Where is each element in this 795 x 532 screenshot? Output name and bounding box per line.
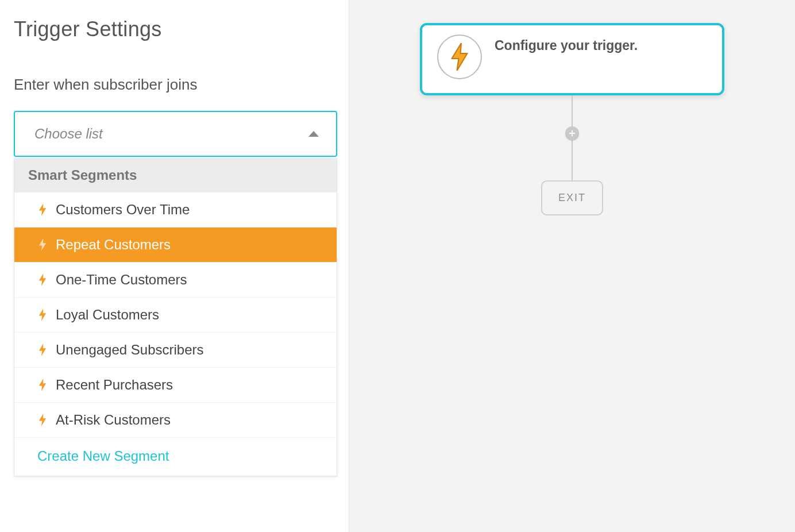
lightning-bolt-icon	[37, 344, 48, 356]
segment-option[interactable]: Unengaged Subscribers	[14, 333, 337, 368]
lightning-bolt-icon	[37, 203, 48, 216]
lightning-bolt-icon	[437, 34, 482, 79]
segment-dropdown: Smart Segments Customers Over TimeRepeat…	[14, 158, 337, 476]
segment-option-label: At-Risk Customers	[56, 412, 171, 428]
segment-option[interactable]: Repeat Customers	[14, 228, 337, 263]
page-title: Trigger Settings	[14, 17, 337, 41]
segment-option-label: Customers Over Time	[56, 202, 190, 218]
section-label: Enter when subscriber joins	[14, 76, 337, 94]
trigger-node-text: Configure your trigger.	[495, 38, 638, 53]
exit-node[interactable]: EXIT	[541, 180, 603, 215]
segment-option[interactable]: Recent Purchasers	[14, 368, 337, 403]
segment-option[interactable]: At-Risk Customers	[14, 403, 337, 437]
flow-canvas: Configure your trigger. EXIT	[349, 0, 795, 532]
segment-option[interactable]: Customers Over Time	[14, 192, 337, 228]
add-step-button[interactable]	[565, 126, 579, 140]
connector-line	[572, 95, 573, 126]
lightning-bolt-icon	[37, 414, 48, 426]
lightning-bolt-icon	[37, 273, 48, 286]
segment-option-label: Recent Purchasers	[56, 377, 173, 393]
segment-option[interactable]: Loyal Customers	[14, 298, 337, 333]
lightning-bolt-icon	[37, 238, 48, 251]
list-select-placeholder: Choose list	[34, 126, 103, 142]
lightning-bolt-icon	[37, 379, 48, 391]
segment-option[interactable]: One-Time Customers	[14, 263, 337, 298]
lightning-bolt-icon	[37, 309, 48, 321]
connector-line	[572, 140, 573, 180]
segment-option-label: Repeat Customers	[56, 237, 171, 253]
list-select[interactable]: Choose list	[14, 111, 337, 157]
chevron-up-icon	[308, 131, 319, 137]
segment-option-label: Unengaged Subscribers	[56, 342, 204, 358]
segment-option-label: Loyal Customers	[56, 307, 159, 323]
dropdown-header: Smart Segments	[14, 158, 337, 192]
create-new-segment-link[interactable]: Create New Segment	[14, 437, 337, 476]
trigger-node[interactable]: Configure your trigger.	[420, 23, 724, 95]
trigger-settings-panel: Trigger Settings Enter when subscriber j…	[0, 0, 349, 532]
segment-option-label: One-Time Customers	[56, 272, 187, 288]
